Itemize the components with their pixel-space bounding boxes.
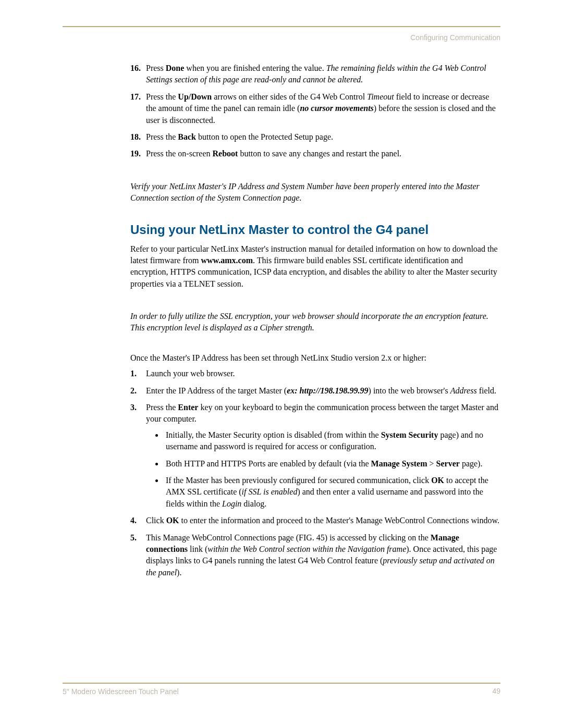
- step-b2: 2. Enter the IP Address of the target Ma…: [130, 385, 500, 397]
- text: Press: [146, 64, 166, 72]
- top-rule: [63, 26, 500, 27]
- bold: Server: [436, 459, 460, 468]
- bold: Back: [178, 132, 196, 141]
- step-number: 17.: [130, 91, 141, 103]
- text: Initially, the Master Security option is…: [166, 430, 381, 439]
- text: Press the: [146, 132, 178, 141]
- text: Press the: [146, 92, 178, 101]
- text: Click: [146, 516, 166, 525]
- bold: Manage System: [371, 459, 427, 468]
- text: arrows on either sides of the G4 Web Con…: [212, 92, 367, 101]
- italic: Timeout: [367, 92, 394, 101]
- text: to enter the information and proceed to …: [179, 516, 499, 525]
- note-verify: Verify your NetLinx Master's IP Address …: [130, 181, 500, 204]
- text: button to save any changes and restart t…: [238, 149, 401, 158]
- text: Enter the IP Address of the target Maste…: [146, 386, 287, 395]
- step-number: 18.: [130, 131, 141, 143]
- bullet-item: If the Master has been previously config…: [164, 475, 500, 510]
- step-b4: 4. Click OK to enter the information and…: [130, 515, 500, 526]
- footer-title: 5" Modero Widescreen Touch Panel: [63, 687, 179, 696]
- bold: www.amx.com: [201, 256, 253, 265]
- text: This Manage WebControl Connections page …: [146, 533, 431, 542]
- step-17: 17. Press the Up/Down arrows on either s…: [130, 91, 500, 126]
- bullet-list: Initially, the Master Security option is…: [164, 429, 500, 510]
- text: If the Master has been previously config…: [166, 476, 431, 485]
- text: dialog.: [241, 499, 266, 508]
- bold: OK: [166, 516, 179, 525]
- text: ).: [177, 568, 181, 577]
- footer: 5" Modero Widescreen Touch Panel 49: [63, 683, 500, 696]
- bold: Reboot: [213, 149, 238, 158]
- text: Launch your web browser.: [146, 369, 235, 378]
- italic: Address: [450, 386, 477, 395]
- bold: OK: [431, 476, 444, 485]
- step-list-a: 16. Press Done when you are finished ent…: [130, 63, 500, 160]
- italic: within the Web Control section within th…: [207, 545, 406, 553]
- bullet-item: Initially, the Master Security option is…: [164, 429, 500, 453]
- bold: System Security: [381, 430, 438, 439]
- text: button to open the Protected Setup page.: [196, 132, 333, 141]
- step-list-b: 1. Launch your web browser. 2. Enter the…: [130, 368, 500, 578]
- step-number: 4.: [130, 515, 137, 526]
- step-number: 5.: [130, 532, 137, 544]
- text: key on your keyboard to begin the commun…: [146, 403, 498, 423]
- bold-italic: ex: http://198.198.99.99: [287, 386, 368, 395]
- step-18: 18. Press the Back button to open the Pr…: [130, 131, 500, 143]
- bullet-item: Both HTTP and HTTPS Ports are enabled by…: [164, 458, 500, 470]
- bold-italic: no cursor movements: [300, 104, 373, 113]
- italic: if SSL is enabled: [242, 487, 298, 496]
- step-number: 19.: [130, 148, 141, 159]
- text: >: [427, 459, 436, 468]
- step-b1: 1. Launch your web browser.: [130, 368, 500, 379]
- step-16: 16. Press Done when you are finished ent…: [130, 63, 500, 86]
- text: Both HTTP and HTTPS Ports are enabled by…: [166, 459, 371, 468]
- paragraph-lead: Once the Master's IP Address has been se…: [130, 352, 500, 364]
- text: when you are finished entering the value…: [184, 64, 326, 72]
- text: link (: [188, 545, 207, 553]
- text: Press the: [146, 403, 178, 412]
- text: field.: [477, 386, 496, 395]
- bold: Enter: [178, 403, 198, 412]
- step-number: 16.: [130, 63, 141, 74]
- step-number: 2.: [130, 385, 137, 397]
- step-b5: 5. This Manage WebControl Connections pa…: [130, 532, 500, 579]
- text: page).: [460, 459, 483, 468]
- italic: Login: [222, 499, 241, 508]
- header-section-label: Configuring Communication: [63, 33, 500, 42]
- step-19: 19. Press the on-screen Reboot button to…: [130, 148, 500, 159]
- bold: Up/Down: [178, 92, 212, 101]
- bold: Done: [166, 64, 185, 72]
- note-ssl: In order to fully utilize the SSL encryp…: [130, 311, 500, 334]
- section-heading: Using your NetLinx Master to control the…: [130, 223, 500, 237]
- paragraph-intro: Refer to your particular NetLinx Master'…: [130, 243, 500, 290]
- page-number: 49: [492, 687, 500, 695]
- text: ) into the web browser's: [369, 386, 450, 395]
- step-number: 1.: [130, 368, 137, 379]
- text: Press the on-screen: [146, 149, 213, 158]
- step-b3: 3. Press the Enter key on your keyboard …: [130, 402, 500, 510]
- step-number: 3.: [130, 402, 137, 413]
